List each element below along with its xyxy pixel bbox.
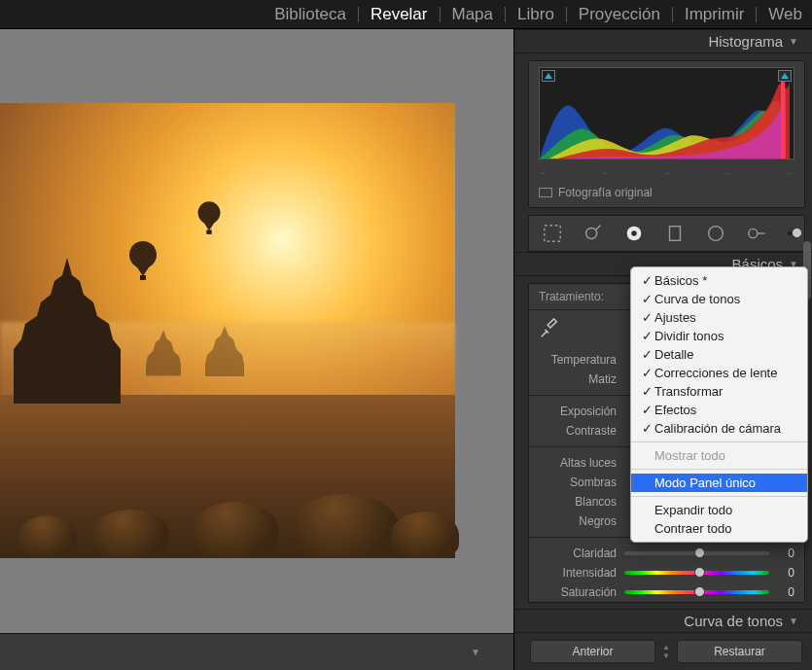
shadow-clipping-toggle[interactable] <box>542 70 555 82</box>
panel-context-menu: ✓Básicos * ✓Curva de tonos ✓Ajustes ✓Div… <box>630 266 808 543</box>
ctx-item-expandir-todo[interactable]: Expandir todo <box>631 501 807 519</box>
svg-point-8 <box>631 230 637 236</box>
module-libro[interactable]: Libro <box>515 5 556 24</box>
treatment-label: Tratamiento: <box>539 290 604 303</box>
panel-title: Curva de tonos <box>684 613 783 629</box>
chevron-down-icon[interactable]: ▼ <box>471 647 480 657</box>
ctx-item-calibracion[interactable]: ✓Calibración de cámara <box>631 419 807 438</box>
scene-temple <box>14 258 121 404</box>
slider-clarity[interactable]: Claridad 0 <box>529 544 804 563</box>
svg-point-10 <box>709 227 724 241</box>
tool-radial-filter[interactable] <box>702 222 729 245</box>
panel-title: Histograma <box>708 33 783 50</box>
module-revelar[interactable]: Revelar <box>369 5 430 24</box>
module-biblioteca[interactable]: Biblioteca <box>272 5 348 24</box>
tool-adjustment-brush[interactable] <box>743 222 770 245</box>
ctx-item-curva[interactable]: ✓Curva de tonos <box>631 290 807 308</box>
ctx-item-basicos[interactable]: ✓Básicos * <box>631 271 807 290</box>
module-imprimir[interactable]: Imprimir <box>683 5 746 24</box>
svg-rect-3 <box>206 229 211 233</box>
svg-point-11 <box>749 229 758 237</box>
module-web[interactable]: Web <box>766 5 804 24</box>
ctx-item-contraer-todo[interactable]: Contraer todo <box>631 519 807 538</box>
tool-size-slider[interactable] <box>788 231 794 235</box>
ctx-item-mostrar-todo: Mostrar todo <box>631 446 807 465</box>
panel-header-histogram[interactable]: Histograma ▼ <box>514 29 812 53</box>
preview-photo <box>0 103 455 558</box>
svg-rect-4 <box>781 74 785 159</box>
ctx-item-ajustes[interactable]: ✓Ajustes <box>631 308 807 327</box>
ctx-item-transformar[interactable]: ✓Transformar <box>631 382 807 401</box>
panel-header-tone-curve[interactable]: Curva de tonos ▼ <box>514 609 812 633</box>
svg-point-6 <box>586 229 597 239</box>
svg-rect-5 <box>545 226 561 242</box>
svg-point-2 <box>198 201 221 224</box>
slider-vibrance[interactable]: Intensidad 0 <box>529 563 804 582</box>
tool-spot-removal[interactable] <box>580 222 607 245</box>
original-toggle[interactable] <box>539 188 552 197</box>
module-picker: Biblioteca Revelar Mapa Libro Proyección… <box>0 0 812 29</box>
ctx-item-detalle[interactable]: ✓Detalle <box>631 345 807 364</box>
svg-rect-1 <box>140 275 146 280</box>
copy-prev-menu-icon[interactable]: ▲▼ <box>663 640 669 663</box>
original-label: Fotografía original <box>558 186 653 199</box>
ctx-item-modo-panel-unico[interactable]: Modo Panel único <box>631 474 807 492</box>
highlight-clipping-toggle[interactable] <box>778 70 792 82</box>
chevron-down-icon: ▼ <box>789 616 798 626</box>
histogram-graph[interactable] <box>539 67 794 159</box>
reset-button[interactable]: Restaurar <box>677 640 802 663</box>
tool-crop[interactable] <box>539 222 566 245</box>
ctx-item-efectos[interactable]: ✓Efectos <box>631 401 807 419</box>
svg-point-0 <box>129 241 157 268</box>
module-proyeccion[interactable]: Proyección <box>577 5 662 24</box>
previous-button[interactable]: Anterior <box>530 640 655 663</box>
toolbar-bottom: ▼ <box>0 633 513 670</box>
slider-saturation[interactable]: Saturación 0 <box>529 582 804 602</box>
panel-histogram: ––––– Fotografía original <box>528 60 805 208</box>
histogram-zone-labels: ––––– <box>529 165 804 180</box>
module-mapa[interactable]: Mapa <box>450 5 496 24</box>
chevron-down-icon: ▼ <box>789 36 798 47</box>
loupe-stage[interactable]: ▼ <box>0 29 513 670</box>
scene-balloon <box>126 241 159 282</box>
svg-rect-9 <box>670 227 681 241</box>
tool-strip <box>528 215 805 252</box>
ctx-item-dividir[interactable]: ✓Dividir tonos <box>631 327 807 345</box>
tool-redeye[interactable] <box>620 222 648 245</box>
tool-graduated-filter[interactable] <box>661 222 688 245</box>
ctx-item-correcciones[interactable]: ✓Correcciones de lente <box>631 364 807 382</box>
